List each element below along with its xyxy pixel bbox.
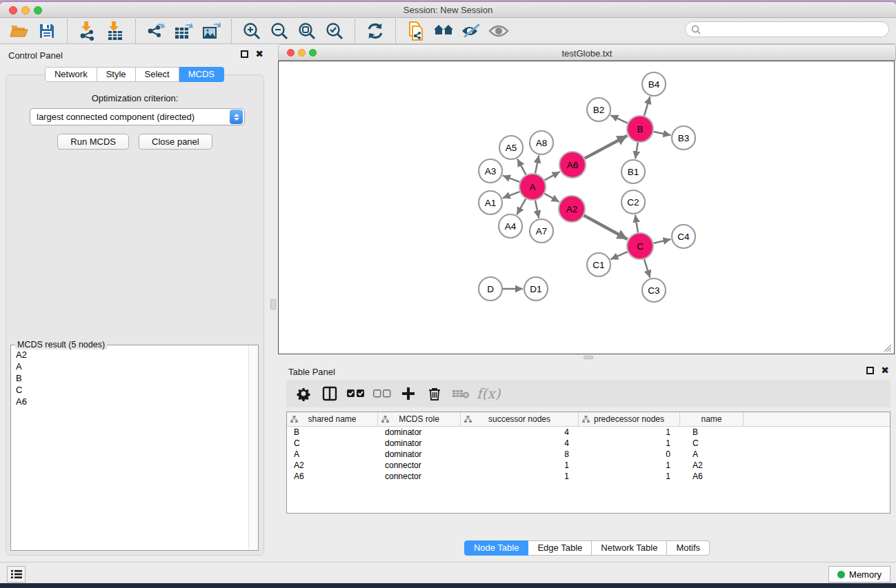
task-history-button[interactable] [7, 566, 26, 582]
vertical-splitter[interactable] [269, 44, 278, 562]
graph-edge-C-C4[interactable] [654, 239, 671, 243]
result-list-item[interactable]: A [12, 361, 248, 372]
export-table-icon[interactable] [170, 19, 197, 43]
graph-node-D[interactable]: D [479, 277, 502, 301]
gear-icon[interactable] [290, 382, 317, 405]
select-all-columns-icon[interactable] [343, 382, 369, 405]
graph-edge-A-A4[interactable] [517, 199, 526, 214]
graph-node-B[interactable]: B [627, 116, 653, 142]
graph-edge-C-C2[interactable] [635, 215, 638, 232]
graph-node-A2[interactable]: A2 [559, 196, 585, 222]
graph-node-B3[interactable]: B3 [672, 126, 695, 150]
split-columns-icon[interactable] [317, 382, 343, 405]
float-table-panel-icon[interactable] [866, 367, 874, 374]
table-row[interactable]: Adominator80A [287, 449, 890, 460]
zoom-selected-icon[interactable] [321, 19, 348, 43]
graph-node-C1[interactable]: C1 [587, 253, 610, 276]
column-header-MCDS-role[interactable]: MCDS role [378, 412, 461, 426]
graph-node-A3[interactable]: A3 [479, 159, 502, 183]
graph-edge-B-B4[interactable] [644, 97, 650, 116]
add-column-icon[interactable] [395, 382, 421, 405]
table-row[interactable]: A2connector11A2 [287, 460, 890, 471]
tab-edge-table[interactable]: Edge Table [528, 540, 592, 556]
float-panel-icon[interactable] [241, 50, 248, 58]
graph-node-C4[interactable]: C4 [672, 225, 695, 248]
graph-edge-A-A5[interactable] [517, 159, 526, 175]
open-session-icon[interactable] [6, 19, 33, 43]
tab-network-table[interactable]: Network Table [592, 540, 667, 556]
run-mcds-button[interactable]: Run MCDS [57, 134, 129, 150]
graph-node-B4[interactable]: B4 [642, 72, 666, 96]
criterion-dropdown[interactable]: largest connected component (directed) [30, 108, 245, 125]
delete-table-icon[interactable] [448, 382, 474, 405]
graph-node-C[interactable]: C [627, 233, 653, 259]
graph-node-A8[interactable]: A8 [530, 131, 553, 154]
reset-view-icon[interactable] [430, 19, 457, 43]
graph-node-A7[interactable]: A7 [530, 219, 553, 243]
graph-node-A1[interactable]: A1 [479, 191, 502, 214]
graph-node-C3[interactable]: C3 [642, 278, 666, 302]
resize-grip-icon[interactable] [883, 343, 892, 352]
result-list-item[interactable]: A2 [12, 349, 248, 361]
graph-edge-A-A2[interactable] [544, 194, 559, 202]
column-header-shared-name[interactable]: shared name [287, 412, 378, 426]
unselect-all-columns-icon[interactable] [369, 382, 395, 405]
network-canvas[interactable]: B4B2BB3A8A5A6A3B1AC2A1A2A4A7C4CC1DD1C3 [278, 61, 895, 354]
export-image-icon[interactable] [197, 19, 225, 43]
graph-node-A5[interactable]: A5 [499, 136, 523, 159]
graph-node-B1[interactable]: B1 [621, 160, 645, 183]
memory-button[interactable]: Memory [828, 566, 890, 582]
result-list-scrollbar[interactable] [248, 345, 258, 550]
tab-network[interactable]: Network [45, 67, 97, 82]
vertical-splitter-knob[interactable] [270, 299, 276, 310]
tab-mcds[interactable]: MCDS [179, 67, 224, 82]
result-list-item[interactable]: A6 [12, 396, 248, 407]
table-row[interactable]: A6connector11A6 [287, 471, 890, 482]
import-network-icon[interactable] [74, 19, 101, 43]
table-row[interactable]: Cdominator41C [287, 438, 890, 449]
save-session-icon[interactable] [33, 19, 61, 43]
hide-graphics-icon[interactable] [457, 19, 485, 43]
graph-node-A6[interactable]: A6 [559, 152, 586, 178]
table-row[interactable]: Bdominator41B [287, 427, 890, 438]
column-header-name[interactable]: name [680, 412, 744, 426]
graph-edge-B-B2[interactable] [610, 115, 628, 123]
tab-node-table[interactable]: Node Table [464, 540, 529, 556]
graph-edge-A-A3[interactable] [503, 176, 520, 182]
birdseye-view-icon[interactable] [485, 19, 512, 43]
result-list-item[interactable]: B [12, 372, 248, 384]
graph-edge-A2-C[interactable] [584, 216, 628, 239]
function-builder-button[interactable]: f(x) [477, 385, 500, 402]
graph-edge-A-A8[interactable] [535, 156, 539, 174]
clone-network-icon[interactable] [402, 19, 430, 43]
column-header-predecessor-nodes[interactable]: predecessor nodes [579, 412, 680, 426]
graph-edge-A-A6[interactable] [545, 172, 560, 180]
zoom-out-icon[interactable] [266, 19, 293, 43]
refresh-icon[interactable] [361, 19, 389, 43]
export-network-icon[interactable] [142, 19, 170, 43]
graph-node-C2[interactable]: C2 [621, 190, 645, 214]
search-field[interactable] [685, 21, 889, 37]
graph-edge-A-A7[interactable] [535, 201, 539, 219]
search-input[interactable] [704, 24, 888, 34]
result-list-item[interactable]: C [12, 384, 248, 396]
graph-edge-B-B3[interactable] [654, 132, 671, 135]
tab-motifs[interactable]: Motifs [667, 540, 710, 556]
graph-edge-C-C3[interactable] [644, 259, 650, 278]
graph-edge-C-C1[interactable] [610, 252, 627, 259]
graph-node-B2[interactable]: B2 [587, 98, 610, 121]
close-panel-button[interactable]: Close panel [139, 134, 212, 150]
graph-node-A4[interactable]: A4 [499, 214, 522, 238]
graph-node-D1[interactable]: D1 [524, 277, 548, 301]
graph-edge-A-A1[interactable] [503, 192, 520, 198]
graph-edge-A6-B[interactable] [585, 136, 628, 159]
close-panel-icon[interactable]: ✖ [255, 50, 263, 58]
tab-select[interactable]: Select [136, 67, 179, 82]
import-table-icon[interactable] [101, 19, 129, 43]
graph-edge-B-B1[interactable] [635, 143, 638, 159]
horizontal-splitter-knob[interactable] [584, 356, 593, 359]
zoom-in-icon[interactable] [238, 19, 266, 43]
close-table-panel-icon[interactable]: ✖ [881, 367, 889, 374]
zoom-fit-icon[interactable] [293, 19, 321, 43]
graph-node-A[interactable]: A [519, 174, 546, 200]
